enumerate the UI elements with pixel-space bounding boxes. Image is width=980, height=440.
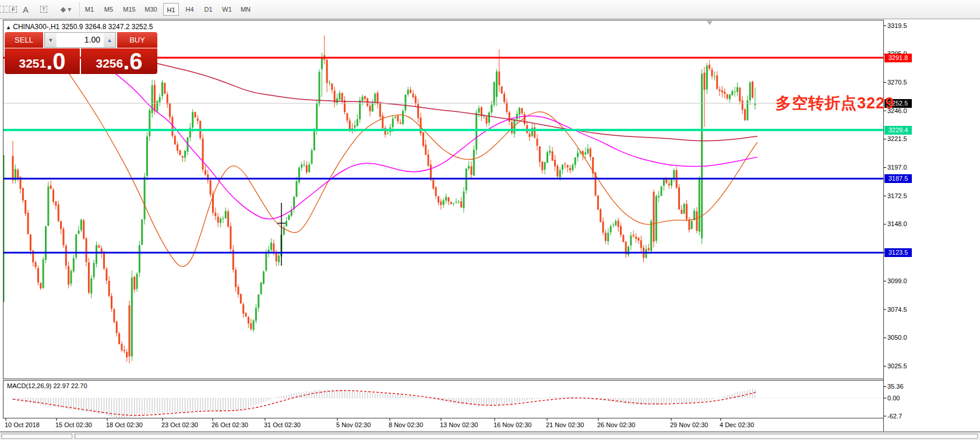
level-badge: 3229.4: [884, 126, 912, 135]
volume-decrease-icon[interactable]: ▼: [45, 33, 57, 47]
price-axis-tick: 3074.5: [887, 306, 907, 313]
price-axis-tick: 3099.0: [887, 277, 907, 284]
level-badge: 3123.5: [884, 248, 912, 257]
date-axis-label: 16 Nov 02:30: [493, 421, 531, 428]
level-badge: 3291.8: [884, 54, 912, 62]
bottom-status-strip: [0, 432, 980, 440]
buy-button[interactable]: BUY: [117, 32, 157, 48]
bottom-tab-slot[interactable]: [1, 434, 72, 439]
date-axis-label: 31 Oct 02:30: [264, 421, 301, 428]
price-axis-tick: 3319.5: [887, 22, 907, 29]
timeframe-button-h4[interactable]: H4: [182, 3, 198, 16]
buy-price-main: 3256: [96, 55, 123, 72]
macd-axis-tick: 0.00: [887, 395, 900, 402]
one-click-trading-panel: SELL ▼ 1.00 ▲ BUY 3251.0 3256.6: [5, 32, 157, 74]
date-axis-label: 10 Oct 2018: [5, 421, 40, 428]
price-axis-tick: 3172.5: [887, 192, 907, 199]
date-axis-label: 13 Nov 02:30: [440, 421, 478, 428]
sell-price-pips: .0: [46, 50, 65, 72]
price-axis-tick: 3270.5: [887, 79, 907, 86]
collapse-marker-icon[interactable]: ▲: [6, 24, 11, 30]
timeframe-button-m5[interactable]: M5: [101, 3, 117, 16]
date-axis-label: 29 Nov 02:30: [670, 421, 708, 428]
timeframe-button-d1[interactable]: D1: [200, 3, 216, 16]
timeframe-button-mn[interactable]: MN: [238, 3, 253, 16]
macd-axis-tick: -62.7: [887, 413, 902, 420]
horizontal-scrollbar[interactable]: [75, 434, 978, 439]
date-axis-label: 21 Nov 02:30: [546, 421, 584, 428]
sell-price-main: 3251: [19, 55, 46, 72]
date-axis-label: 4 Dec 02:30: [720, 421, 754, 428]
price-axis-tick: 3025.5: [887, 362, 907, 369]
text-icon[interactable]: A: [19, 2, 33, 16]
ohlc-values: 3250.9 3264.8 3247.2 3252.5: [62, 23, 153, 31]
volume-input[interactable]: 1.00: [57, 33, 104, 47]
timeframe-button-m30[interactable]: M30: [142, 3, 160, 16]
date-axis-label: 26 Nov 02:30: [597, 421, 635, 428]
symbol-period-label: CHINA300-,H1: [13, 23, 59, 31]
date-axis-label: 18 Oct 02:30: [106, 421, 143, 428]
text-label-icon[interactable]: T: [36, 2, 51, 16]
buy-price-pips: .6: [123, 50, 142, 72]
top-toolbar: ⋮⋮F A T ◆ ▾ M1M5M15M30H1H4D1W1MN: [0, 0, 980, 19]
level-badge: 3187.5: [884, 174, 912, 183]
macd-indicator-label: MACD(12,26,9) 22.97 22.70: [7, 382, 87, 389]
volume-stepper: ▼ 1.00 ▲: [44, 32, 116, 48]
timeframe-button-m15[interactable]: M15: [120, 3, 139, 16]
fibonacci-icon[interactable]: ⋮⋮F: [1, 2, 15, 16]
price-axis-tick: 3050.0: [887, 334, 907, 341]
macd-axis-tick: 35.36: [887, 383, 904, 390]
chart-title: ▲ CHINA300-,H1 3250.9 3264.8 3247.2 3252…: [6, 23, 153, 31]
date-axis-label: 15 Oct 02:30: [55, 421, 92, 428]
timeframe-button-h1[interactable]: H1: [163, 3, 179, 16]
date-axis-label: 23 Oct 02:30: [161, 421, 198, 428]
volume-increase-icon[interactable]: ▲: [104, 33, 115, 47]
price-axis-tick: 3148.0: [887, 220, 907, 227]
price-axis-tick: 3197.0: [887, 164, 907, 171]
sell-button[interactable]: SELL: [5, 32, 43, 48]
timeframe-button-m1[interactable]: M1: [82, 3, 97, 16]
chart-text-annotation: 多空转折点3229: [775, 93, 894, 114]
price-axis-tick: 3221.5: [887, 135, 907, 142]
sell-price-display[interactable]: 3251.0: [5, 48, 80, 74]
date-axis-label: 5 Nov 02:30: [336, 421, 371, 428]
date-axis-label: 8 Nov 02:30: [389, 421, 423, 428]
date-axis-label: 26 Oct 02:30: [211, 421, 248, 428]
timeframe-button-w1[interactable]: W1: [219, 3, 235, 16]
shapes-icon[interactable]: ◆ ▾: [55, 2, 77, 16]
buy-price-display[interactable]: 3256.6: [81, 48, 157, 74]
